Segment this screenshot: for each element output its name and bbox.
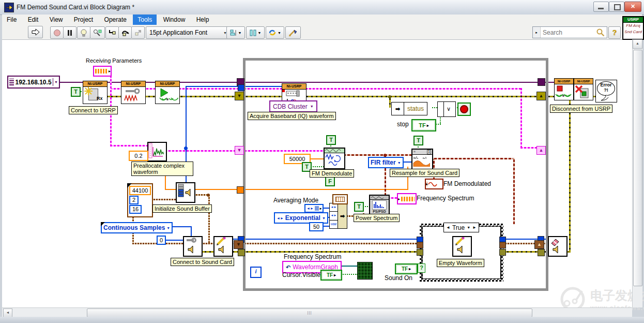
- vi-icon-thumbnail[interactable]: USRP FM Acq Snd Card: [622, 16, 644, 40]
- resample-label[interactable]: Resample for Sound Card: [390, 169, 459, 177]
- sound-on-boolean[interactable]: TF▸: [395, 263, 418, 274]
- help-button[interactable]: ?: [608, 26, 621, 39]
- power-spectrum-vi[interactable]: PS/PSD: [369, 195, 390, 216]
- niusrp-initiate-vi[interactable]: NI-USRP: [155, 81, 180, 104]
- shift-register-icon[interactable]: ▼: [235, 92, 244, 100]
- true-constant[interactable]: T: [354, 202, 364, 212]
- search-history-button[interactable]: ▸: [533, 27, 541, 38]
- sound-format-cluster[interactable]: 44100 2 16: [127, 183, 153, 217]
- niusrp-configure-signal-vi[interactable]: NI-USRP: [121, 81, 146, 104]
- cdb-cluster-dropdown[interactable]: CDB Cluster ▼: [269, 100, 317, 112]
- zero-constant[interactable]: 0: [157, 236, 166, 245]
- menu-item-file[interactable]: File: [2, 14, 21, 25]
- pause-button[interactable]: [63, 26, 76, 39]
- averaging-cluster-constant[interactable]: [332, 194, 348, 204]
- ip-address-control[interactable]: 192.168.10.5 ▼: [7, 76, 60, 89]
- timeout-constant[interactable]: 0.2: [129, 151, 148, 161]
- minimize-button[interactable]: [593, 2, 609, 12]
- scroll-up-button[interactable]: ▲: [633, 39, 642, 49]
- step-out-button[interactable]: [131, 26, 145, 39]
- empty-waveform-label[interactable]: Empty Waveform: [437, 259, 484, 267]
- menu-item-operate[interactable]: Operate: [100, 14, 131, 25]
- fm-demodulated-indicator[interactable]: ▸: [425, 179, 443, 189]
- power-spectrum-label[interactable]: Power Spectrum: [354, 214, 400, 222]
- stop-boolean-control[interactable]: TF▸: [411, 119, 436, 131]
- true-constant[interactable]: T: [71, 87, 81, 97]
- averaging-size-constant[interactable]: 50: [309, 222, 324, 231]
- loop-condition-terminal[interactable]: [457, 102, 471, 116]
- vertical-scrollbar[interactable]: ▲: [632, 39, 642, 307]
- channels-constant[interactable]: 2: [129, 196, 139, 204]
- bundle-node[interactable]: ◄► ◄► U32 ➡: [329, 203, 347, 229]
- fm-demodulate-label[interactable]: FM Demodulate: [310, 169, 354, 178]
- graph-property-node[interactable]: [357, 262, 373, 280]
- sample-rate-constant[interactable]: 44100: [129, 186, 151, 195]
- initialize-sound-buffer-vi[interactable]: [176, 182, 195, 203]
- menu-item-help[interactable]: Help: [192, 14, 214, 25]
- sound-output-configure-vi[interactable]: [183, 236, 203, 257]
- shift-register-icon[interactable]: ▼: [234, 240, 243, 249]
- highlight-execution-button[interactable]: [77, 26, 90, 39]
- vertical-scroll-thumb[interactable]: [633, 50, 642, 286]
- menu-item-tools[interactable]: Tools: [133, 14, 157, 25]
- preallocate-label[interactable]: Preallocate complex waveform: [131, 162, 193, 176]
- connect-to-sound-card-label[interactable]: Connect to Sound Card: [171, 258, 234, 266]
- maximize-button[interactable]: [609, 2, 624, 12]
- cleanup-diagram-button[interactable]: [285, 26, 301, 39]
- reorder-dropdown[interactable]: ▼: [266, 26, 284, 39]
- menu-item-edit[interactable]: Edit: [23, 14, 43, 25]
- shift-register-icon[interactable]: ▲: [536, 146, 546, 155]
- sound-output-write-vi-case[interactable]: [452, 236, 472, 257]
- niusrp-abort-vi[interactable]: NI-USRP: [554, 78, 574, 100]
- simple-error-handler-vi[interactable]: Error ?!: [595, 80, 617, 102]
- retain-wire-values-button[interactable]: [90, 26, 105, 39]
- false-constant[interactable]: F: [325, 177, 335, 186]
- shift-register-icon[interactable]: ▲: [534, 240, 544, 249]
- preallocate-waveform-vi[interactable]: [147, 142, 167, 162]
- niusrp-close-session-vi[interactable]: NI-USRP: [574, 78, 593, 100]
- menu-item-view[interactable]: View: [45, 14, 68, 25]
- step-over-button[interactable]: [118, 26, 132, 39]
- horizontal-scrollbar[interactable]: ◄ |||: [2, 307, 632, 317]
- or-function-node[interactable]: ∨: [437, 101, 456, 117]
- unbundle-status-node[interactable]: ➡ status: [391, 102, 427, 115]
- fir-filter-dropdown[interactable]: FIR filter▼: [368, 157, 404, 168]
- cursor-visible-boolean[interactable]: TF▸: [320, 270, 342, 281]
- menu-item-window[interactable]: Window: [159, 14, 190, 25]
- align-objects-dropdown[interactable]: ▼: [226, 26, 245, 39]
- abort-button[interactable]: [50, 26, 64, 39]
- dropdown-arrow-icon[interactable]: ▼: [53, 78, 59, 86]
- true-constant[interactable]: T: [326, 135, 336, 145]
- font-selector[interactable]: 15pt Application Font ▼: [146, 26, 231, 39]
- horizontal-scroll-thumb[interactable]: |||: [87, 309, 532, 317]
- run-button[interactable]: [28, 26, 43, 38]
- iteration-terminal[interactable]: i: [250, 267, 262, 278]
- sound-output-write-vi[interactable]: [213, 236, 233, 257]
- case-next-icon[interactable]: ►: [472, 225, 477, 230]
- search-input[interactable]: [541, 29, 596, 36]
- frequency-spectrum-indicator[interactable]: ▸: [397, 193, 417, 204]
- connect-to-usrp-label[interactable]: Connect to USRP: [69, 106, 118, 114]
- resample-vi[interactable]: ≈1: [411, 149, 433, 170]
- step-into-button[interactable]: [105, 26, 119, 39]
- distribute-objects-dropdown[interactable]: ▼: [246, 26, 265, 39]
- shift-register-icon[interactable]: ▲: [536, 92, 546, 100]
- menu-item-project[interactable]: Project: [69, 14, 98, 25]
- sound-output-clear-vi[interactable]: [548, 236, 568, 257]
- disconnect-from-usrp-label[interactable]: Disconnect from USRP: [550, 105, 612, 113]
- true-constant[interactable]: T: [413, 136, 423, 145]
- case-prev-icon[interactable]: ◄: [446, 225, 450, 230]
- dropdown-arrow-icon[interactable]: ▼: [467, 226, 470, 229]
- case-selector-label[interactable]: ◄ True ▼ ►: [443, 223, 479, 232]
- scroll-left-button[interactable]: ◄: [3, 309, 12, 317]
- bits-constant[interactable]: 16: [129, 205, 142, 214]
- initialize-sound-buffer-label[interactable]: Initialize Sound Buffer: [152, 204, 212, 213]
- receiving-parameters-cluster-constant[interactable]: ▸: [93, 66, 112, 77]
- averaging-mode-control[interactable]: ◄►▸: [304, 204, 324, 213]
- acquire-baseband-label[interactable]: Acquire Baseband (IQ) waveform: [248, 112, 336, 120]
- fm-demodulate-vi[interactable]: [324, 148, 345, 169]
- niusrp-open-rx-session-vi[interactable]: NI-USRP Rx: [83, 81, 108, 104]
- case-selector-terminal[interactable]: ?: [418, 263, 425, 273]
- close-button[interactable]: ✕: [624, 2, 641, 12]
- continuous-samples-dropdown[interactable]: Continuous Samples ▼: [101, 222, 173, 233]
